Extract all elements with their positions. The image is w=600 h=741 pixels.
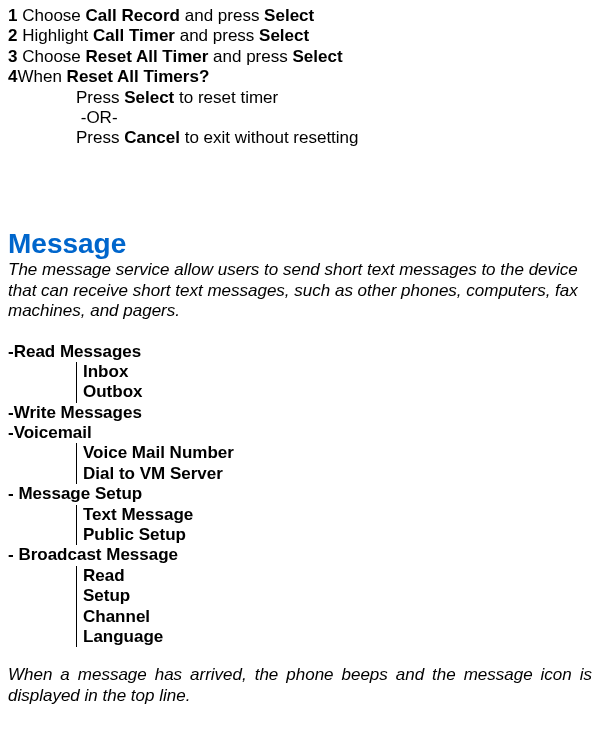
step-4-line2: -OR- bbox=[76, 108, 592, 128]
step-2-b2: Select bbox=[259, 26, 309, 45]
step-2-pre: Highlight bbox=[17, 26, 93, 45]
tree-dial-vm: Dial to VM Server bbox=[83, 464, 592, 484]
tree-text-message: Text Message bbox=[83, 505, 592, 525]
tree-message-setup-children: Text Message Public Setup bbox=[76, 505, 592, 546]
section-intro: The message service allow users to send … bbox=[8, 260, 592, 321]
step-2-b1: Call Timer bbox=[93, 26, 175, 45]
step-1-pre: Choose bbox=[17, 6, 85, 25]
step-1: 1 Choose Call Record and press Select bbox=[8, 6, 592, 26]
tree-inbox: Inbox bbox=[83, 362, 592, 382]
step-3-pre: Choose bbox=[17, 47, 85, 66]
step-1-b2: Select bbox=[264, 6, 314, 25]
step-4-b1: Reset All Timers? bbox=[67, 67, 210, 86]
tree-public-setup: Public Setup bbox=[83, 525, 592, 545]
section-title-message: Message bbox=[8, 227, 592, 261]
tree-message-setup: - Message Setup bbox=[8, 484, 592, 504]
step-4: 4When Reset All Timers? bbox=[8, 67, 592, 87]
tree-setup: Setup bbox=[83, 586, 592, 606]
tree-language: Language bbox=[83, 627, 592, 647]
tree-write-messages: -Write Messages bbox=[8, 403, 592, 423]
tree-channel: Channel bbox=[83, 607, 592, 627]
step-1-b1: Call Record bbox=[86, 6, 180, 25]
step-2: 2 Highlight Call Timer and press Select bbox=[8, 26, 592, 46]
step-1-mid: and press bbox=[180, 6, 264, 25]
step-2-mid: and press bbox=[175, 26, 259, 45]
tree-outbox: Outbox bbox=[83, 382, 592, 402]
step-3-b1: Reset All Timer bbox=[86, 47, 209, 66]
step-4-line3: Press Cancel to exit without resetting bbox=[76, 128, 592, 148]
step-3: 3 Choose Reset All Timer and press Selec… bbox=[8, 47, 592, 67]
step-4-line1: Press Select to reset timer bbox=[76, 88, 592, 108]
footer-text: When a message has arrived, the phone be… bbox=[8, 665, 592, 706]
tree-read: Read bbox=[83, 566, 592, 586]
tree-voicemail: -Voicemail bbox=[8, 423, 592, 443]
tree-broadcast-children: Read Setup Channel Language bbox=[76, 566, 592, 648]
l3-post: to exit without resetting bbox=[180, 128, 359, 147]
l1-pre: Press bbox=[76, 88, 124, 107]
step-3-b2: Select bbox=[292, 47, 342, 66]
tree-voicemail-children: Voice Mail Number Dial to VM Server bbox=[76, 443, 592, 484]
l1-b: Select bbox=[124, 88, 174, 107]
tree-vm-number: Voice Mail Number bbox=[83, 443, 592, 463]
tree-read-messages-children: Inbox Outbox bbox=[76, 362, 592, 403]
l1-post: to reset timer bbox=[174, 88, 278, 107]
l3-pre: Press bbox=[76, 128, 124, 147]
tree-read-messages: -Read Messages bbox=[8, 342, 592, 362]
l3-b: Cancel bbox=[124, 128, 180, 147]
step-3-mid: and press bbox=[208, 47, 292, 66]
tree-broadcast-message: - Broadcast Message bbox=[8, 545, 592, 565]
step-4-pre: When bbox=[17, 67, 66, 86]
